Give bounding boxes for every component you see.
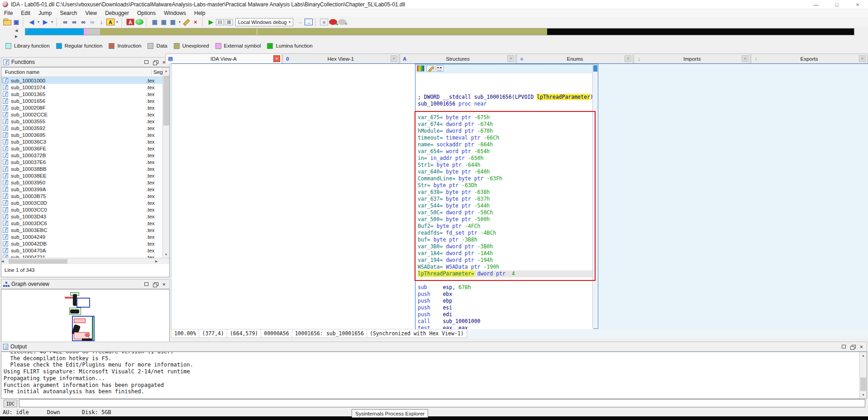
edit-type-icon[interactable] — [182, 19, 191, 25]
function-row[interactable]: fsub_100038BB.tex — [1, 165, 163, 172]
function-row[interactable]: fsub_1000470A.tex — [1, 247, 163, 254]
output-maximize-button[interactable] — [842, 345, 846, 348]
tab-close-icon[interactable]: × — [507, 55, 514, 62]
output-float-button[interactable] — [850, 345, 855, 349]
scroll-down-icon[interactable]: ▼ — [163, 251, 169, 258]
open-file-icon[interactable] — [3, 20, 11, 25]
scrollbar-thumb[interactable] — [593, 65, 597, 72]
scrollbar-thumb[interactable] — [860, 377, 866, 391]
disassembly-scrollbar[interactable] — [592, 64, 598, 328]
add-union-icon[interactable]: ▦ — [160, 18, 168, 26]
function-row[interactable]: fsub_10003B75.tex — [1, 193, 163, 199]
tab-close-icon[interactable]: × — [742, 55, 749, 62]
highlight-caret[interactable]: ▾ — [115, 18, 119, 26]
breakpoint-list-icon[interactable]: ≡ — [320, 19, 328, 25]
menu-item-edit[interactable]: Edit — [17, 9, 34, 17]
tab-close-icon[interactable]: × — [859, 55, 866, 62]
continue-process-icon[interactable]: → — [305, 19, 313, 25]
scrollbar-thumb[interactable] — [9, 259, 67, 264]
navigate-forward-caret[interactable]: ▾ — [50, 18, 54, 26]
add-struct-icon[interactable]: ▦ — [151, 18, 159, 26]
functions-horizontal-scrollbar[interactable]: ◀ ▶ — [1, 258, 169, 264]
function-row[interactable]: fsub_10003CC0.tex — [1, 206, 163, 213]
navigate-back-caret[interactable]: ▾ — [37, 18, 40, 26]
scroll-right-icon[interactable]: ▶ — [155, 260, 162, 263]
menu-item-debugger[interactable]: Debugger — [101, 9, 133, 17]
tab-close-icon[interactable]: × — [625, 55, 631, 62]
function-row[interactable]: fsub_10001656.tex — [1, 97, 163, 104]
scroll-up-icon[interactable]: ▲ — [163, 68, 169, 74]
search-next-icon[interactable]: ∞ — [79, 18, 87, 26]
edit-comment-icon[interactable] — [426, 65, 434, 72]
function-row[interactable]: fsub_10003592.tex — [1, 125, 163, 131]
graph-overview-float-button[interactable] — [153, 282, 157, 286]
minimize-button[interactable]: — — [806, 0, 826, 9]
delete-breakpoint-icon[interactable] — [338, 19, 346, 25]
function-row[interactable]: fsub_1000372B.tex — [1, 152, 163, 159]
colors-icon[interactable] — [417, 65, 424, 72]
search-binary-icon[interactable]: ∞ — [61, 18, 69, 26]
output-close-button[interactable]: × — [859, 345, 863, 349]
navigation-band[interactable] — [25, 28, 854, 35]
tab-hex-view-1[interactable]: 0Hex View-1× — [282, 53, 399, 63]
navband-right-icon[interactable]: ▶ — [13, 34, 20, 39]
menu-item-options[interactable]: Options — [133, 9, 160, 17]
function-row[interactable]: fsub_1000399A.tex — [1, 186, 163, 193]
text-color-icon[interactable]: A — [126, 19, 134, 25]
code-block[interactable]: ; DWORD __stdcall sub_10001656(LPVOID lp… — [416, 73, 593, 329]
save-file-icon[interactable]: ▣ — [12, 18, 20, 26]
function-row[interactable]: fsub_100037E6.tex — [1, 159, 163, 165]
function-row[interactable]: fsub_10003EBC.tex — [1, 227, 163, 233]
command-input[interactable] — [19, 399, 865, 407]
highlight-color-icon[interactable]: A — [106, 19, 114, 25]
function-row[interactable]: fsub_10003555.tex — [1, 118, 163, 125]
navigate-back-icon[interactable]: ◀ — [28, 18, 36, 26]
windows-taskbar[interactable] — [0, 416, 868, 420]
functions-float-button[interactable] — [153, 60, 157, 64]
search-text-icon[interactable]: ∞ — [70, 18, 78, 26]
function-row[interactable]: fsub_100036C3.tex — [1, 138, 163, 145]
functions-list-header[interactable]: Function name Seg — [1, 68, 169, 77]
debugger-start-icon[interactable]: ▶ — [207, 18, 215, 26]
keyboard-shortcuts-icon[interactable] — [436, 65, 444, 72]
tab-structures[interactable]: AStructures× — [400, 53, 516, 63]
function-row[interactable]: fsub_10004249.tex — [1, 233, 163, 240]
graph-overview-maximize-button[interactable] — [144, 282, 148, 286]
navband-left-icon[interactable]: ◀ — [13, 28, 20, 34]
attach-process-icon[interactable]: → — [296, 18, 304, 26]
scroll-down-icon[interactable]: ▼ — [860, 391, 867, 398]
function-row[interactable]: fsub_10004721.tex — [1, 254, 163, 258]
column-function-name[interactable]: Function name — [1, 69, 151, 75]
tab-enums[interactable]: ≡Enums× — [516, 53, 633, 63]
graph-overview-body[interactable] — [1, 289, 170, 343]
function-row[interactable]: fsub_10003950.tex — [1, 179, 163, 186]
function-row[interactable]: fsub_10003DC6.tex — [1, 220, 163, 227]
graph-overview-close-button[interactable]: × — [162, 282, 166, 286]
jump-address-icon[interactable]: ↓ — [97, 18, 105, 26]
search-disabled-icon[interactable]: ∞ — [88, 18, 96, 26]
add-breakpoint-icon[interactable] — [329, 19, 337, 25]
function-row[interactable]: fsub_100036FE.tex — [1, 145, 163, 152]
delete-type-icon[interactable]: × — [191, 18, 200, 26]
function-row[interactable]: fsub_10001365.tex — [1, 91, 163, 97]
navigate-forward-icon[interactable]: ▶ — [41, 18, 49, 26]
functions-maximize-button[interactable] — [144, 60, 148, 64]
scroll-up-icon[interactable]: ▲ — [860, 352, 867, 359]
scrollbar-thumb[interactable] — [163, 76, 169, 126]
menu-item-windows[interactable]: Windows — [160, 9, 190, 17]
close-button[interactable]: × — [847, 0, 868, 9]
disassembly-pane[interactable]: ; DWORD __stdcall sub_10001656(LPVOID lp… — [415, 64, 598, 329]
add-enum-icon[interactable]: ▦ — [169, 18, 177, 26]
menu-item-file[interactable]: File — [0, 9, 17, 17]
menu-item-search[interactable]: Search — [56, 9, 81, 17]
scroll-left-icon[interactable]: ◀ — [1, 260, 8, 263]
tab-exports[interactable]: ↑Exports× — [751, 53, 868, 63]
function-row[interactable]: fsub_1000208F.tex — [1, 104, 163, 111]
add-type-caret[interactable]: ▾ — [178, 18, 181, 26]
menu-item-jump[interactable]: Jump — [34, 9, 56, 17]
tab-close-icon[interactable]: × — [273, 55, 280, 62]
function-row[interactable]: fsub_10002CCE.tex — [1, 111, 163, 118]
menu-item-view[interactable]: View — [81, 9, 101, 17]
idc-button[interactable]: IDC — [4, 400, 17, 407]
function-row[interactable]: fsub_10001074.tex — [1, 84, 163, 91]
